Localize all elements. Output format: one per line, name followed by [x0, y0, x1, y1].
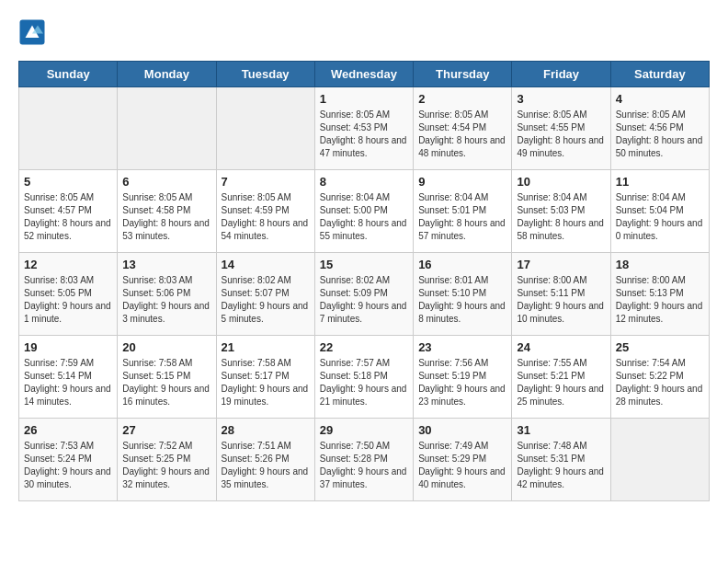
day-info: Sunrise: 7:50 AM Sunset: 5:28 PM Dayligh…: [320, 440, 408, 491]
day-info: Sunrise: 8:04 AM Sunset: 5:00 PM Dayligh…: [320, 191, 408, 243]
day-info: Sunrise: 8:05 AM Sunset: 4:58 PM Dayligh…: [122, 191, 210, 243]
day-info: Sunrise: 7:56 AM Sunset: 5:19 PM Dayligh…: [418, 357, 506, 408]
day-info: Sunrise: 8:05 AM Sunset: 4:55 PM Dayligh…: [517, 109, 605, 160]
calendar-cell: 11Sunrise: 8:04 AM Sunset: 5:04 PM Dayli…: [610, 170, 709, 253]
calendar-week-3: 12Sunrise: 8:03 AM Sunset: 5:05 PM Dayli…: [19, 253, 710, 336]
day-info: Sunrise: 8:05 AM Sunset: 4:59 PM Dayligh…: [222, 191, 310, 243]
calendar-cell: [216, 87, 314, 170]
calendar-body: 1Sunrise: 8:05 AM Sunset: 4:53 PM Daylig…: [19, 87, 710, 501]
day-number: 1: [320, 92, 408, 106]
day-number: 20: [122, 340, 210, 354]
day-number: 26: [24, 423, 112, 437]
day-number: 6: [122, 175, 210, 189]
calendar-week-2: 5Sunrise: 8:05 AM Sunset: 4:57 PM Daylig…: [19, 170, 710, 253]
day-info: Sunrise: 8:05 AM Sunset: 4:56 PM Dayligh…: [616, 109, 704, 160]
day-info: Sunrise: 8:03 AM Sunset: 5:05 PM Dayligh…: [24, 274, 112, 326]
day-info: Sunrise: 8:00 AM Sunset: 5:13 PM Dayligh…: [616, 274, 704, 326]
calendar-cell: [19, 87, 118, 170]
calendar-cell: 7Sunrise: 8:05 AM Sunset: 4:59 PM Daylig…: [216, 170, 314, 253]
day-info: Sunrise: 7:49 AM Sunset: 5:29 PM Dayligh…: [418, 440, 506, 491]
day-number: 4: [616, 92, 704, 106]
day-number: 15: [320, 258, 408, 271]
day-number: 25: [616, 340, 704, 354]
day-info: Sunrise: 7:54 AM Sunset: 5:22 PM Dayligh…: [616, 357, 704, 408]
day-number: 10: [517, 175, 605, 189]
calendar-cell: 23Sunrise: 7:56 AM Sunset: 5:19 PM Dayli…: [414, 336, 512, 419]
day-info: Sunrise: 8:04 AM Sunset: 5:01 PM Dayligh…: [418, 191, 506, 243]
logo: [18, 18, 50, 46]
calendar-cell: 25Sunrise: 7:54 AM Sunset: 5:22 PM Dayli…: [610, 336, 709, 419]
day-number: 9: [418, 175, 506, 189]
day-number: 29: [320, 423, 408, 437]
day-info: Sunrise: 7:58 AM Sunset: 5:15 PM Dayligh…: [122, 357, 210, 408]
day-number: 14: [222, 258, 310, 271]
day-info: Sunrise: 8:03 AM Sunset: 5:06 PM Dayligh…: [122, 274, 210, 326]
calendar-week-4: 19Sunrise: 7:59 AM Sunset: 5:14 PM Dayli…: [19, 336, 710, 419]
day-number: 23: [418, 340, 506, 354]
calendar-cell: 22Sunrise: 7:57 AM Sunset: 5:18 PM Dayli…: [314, 336, 413, 419]
day-number: 8: [320, 175, 408, 189]
day-info: Sunrise: 7:53 AM Sunset: 5:24 PM Dayligh…: [24, 440, 112, 491]
day-number: 28: [222, 423, 310, 437]
calendar-cell: 29Sunrise: 7:50 AM Sunset: 5:28 PM Dayli…: [314, 419, 413, 501]
weekday-header-sunday: Sunday: [19, 62, 118, 87]
weekday-header-saturday: Saturday: [610, 62, 709, 87]
calendar-cell: 10Sunrise: 8:04 AM Sunset: 5:03 PM Dayli…: [512, 170, 610, 253]
calendar-cell: 14Sunrise: 8:02 AM Sunset: 5:07 PM Dayli…: [216, 253, 314, 336]
day-number: 7: [222, 175, 310, 189]
day-info: Sunrise: 8:05 AM Sunset: 4:53 PM Dayligh…: [320, 109, 408, 160]
calendar-cell: 30Sunrise: 7:49 AM Sunset: 5:29 PM Dayli…: [414, 419, 512, 501]
calendar-cell: 18Sunrise: 8:00 AM Sunset: 5:13 PM Dayli…: [610, 253, 709, 336]
day-number: 18: [616, 258, 704, 271]
calendar-cell: [118, 87, 216, 170]
calendar-cell: 12Sunrise: 8:03 AM Sunset: 5:05 PM Dayli…: [19, 253, 118, 336]
day-number: 27: [122, 423, 210, 437]
day-info: Sunrise: 7:51 AM Sunset: 5:26 PM Dayligh…: [222, 440, 310, 491]
calendar-cell: 19Sunrise: 7:59 AM Sunset: 5:14 PM Dayli…: [19, 336, 118, 419]
day-number: 13: [122, 258, 210, 271]
calendar-cell: 26Sunrise: 7:53 AM Sunset: 5:24 PM Dayli…: [19, 419, 118, 501]
day-info: Sunrise: 8:04 AM Sunset: 5:04 PM Dayligh…: [616, 191, 704, 243]
day-number: 16: [418, 258, 506, 271]
day-number: 21: [222, 340, 310, 354]
weekday-header-wednesday: Wednesday: [314, 62, 413, 87]
calendar-week-1: 1Sunrise: 8:05 AM Sunset: 4:53 PM Daylig…: [19, 87, 710, 170]
day-info: Sunrise: 7:52 AM Sunset: 5:25 PM Dayligh…: [122, 440, 210, 491]
day-info: Sunrise: 7:59 AM Sunset: 5:14 PM Dayligh…: [24, 357, 112, 408]
day-number: 19: [24, 340, 112, 354]
day-info: Sunrise: 8:05 AM Sunset: 4:54 PM Dayligh…: [418, 109, 506, 160]
calendar-cell: 4Sunrise: 8:05 AM Sunset: 4:56 PM Daylig…: [610, 87, 709, 170]
day-number: 11: [616, 175, 704, 189]
calendar-cell: 3Sunrise: 8:05 AM Sunset: 4:55 PM Daylig…: [512, 87, 610, 170]
calendar-table: SundayMondayTuesdayWednesdayThursdayFrid…: [18, 61, 710, 501]
day-info: Sunrise: 8:00 AM Sunset: 5:11 PM Dayligh…: [517, 274, 605, 326]
day-number: 5: [24, 175, 112, 189]
day-info: Sunrise: 8:05 AM Sunset: 4:57 PM Dayligh…: [24, 191, 112, 243]
day-number: 12: [24, 258, 112, 271]
calendar-cell: 8Sunrise: 8:04 AM Sunset: 5:00 PM Daylig…: [314, 170, 413, 253]
calendar-header-row: SundayMondayTuesdayWednesdayThursdayFrid…: [19, 62, 710, 87]
day-info: Sunrise: 8:04 AM Sunset: 5:03 PM Dayligh…: [517, 191, 605, 243]
calendar-cell: 2Sunrise: 8:05 AM Sunset: 4:54 PM Daylig…: [414, 87, 512, 170]
day-number: 31: [517, 423, 605, 437]
calendar-cell: 17Sunrise: 8:00 AM Sunset: 5:11 PM Dayli…: [512, 253, 610, 336]
weekday-header-thursday: Thursday: [414, 62, 512, 87]
day-info: Sunrise: 8:01 AM Sunset: 5:10 PM Dayligh…: [418, 274, 506, 326]
day-info: Sunrise: 8:02 AM Sunset: 5:09 PM Dayligh…: [320, 274, 408, 326]
calendar-cell: 24Sunrise: 7:55 AM Sunset: 5:21 PM Dayli…: [512, 336, 610, 419]
calendar-cell: 28Sunrise: 7:51 AM Sunset: 5:26 PM Dayli…: [216, 419, 314, 501]
calendar-cell: 27Sunrise: 7:52 AM Sunset: 5:25 PM Dayli…: [118, 419, 216, 501]
day-info: Sunrise: 7:55 AM Sunset: 5:21 PM Dayligh…: [517, 357, 605, 408]
calendar-cell: 31Sunrise: 7:48 AM Sunset: 5:31 PM Dayli…: [512, 419, 610, 501]
weekday-header-friday: Friday: [512, 62, 610, 87]
calendar-cell: 15Sunrise: 8:02 AM Sunset: 5:09 PM Dayli…: [314, 253, 413, 336]
weekday-header-monday: Monday: [118, 62, 216, 87]
calendar-week-5: 26Sunrise: 7:53 AM Sunset: 5:24 PM Dayli…: [19, 419, 710, 501]
calendar-cell: 20Sunrise: 7:58 AM Sunset: 5:15 PM Dayli…: [118, 336, 216, 419]
calendar-cell: 1Sunrise: 8:05 AM Sunset: 4:53 PM Daylig…: [314, 87, 413, 170]
weekday-header-tuesday: Tuesday: [216, 62, 314, 87]
calendar-cell: 5Sunrise: 8:05 AM Sunset: 4:57 PM Daylig…: [19, 170, 118, 253]
page-header: [18, 18, 710, 46]
calendar-cell: 6Sunrise: 8:05 AM Sunset: 4:58 PM Daylig…: [118, 170, 216, 253]
day-number: 22: [320, 340, 408, 354]
